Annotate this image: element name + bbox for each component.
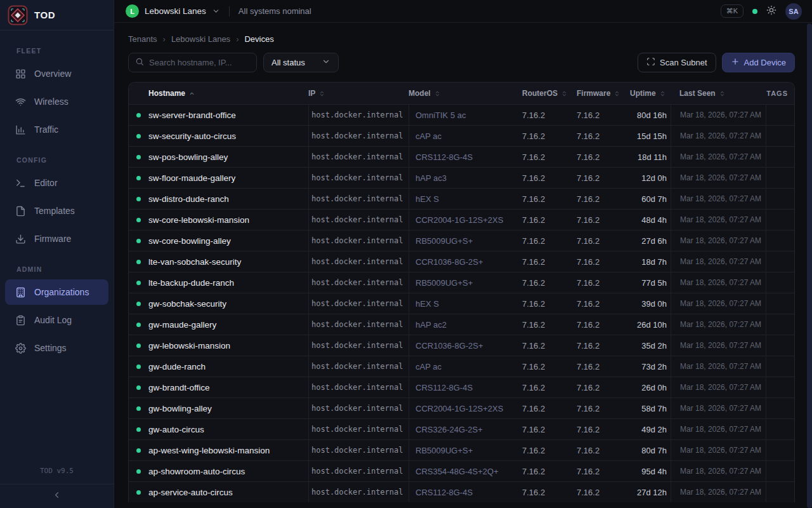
add-device-button[interactable]: Add Device (722, 53, 795, 72)
device-hostname: sw-floor-maude-gallery (148, 168, 308, 188)
command-palette-shortcut[interactable]: ⌘K (721, 4, 743, 18)
table-row[interactable]: ap-service-auto-circus host.docker.inter… (129, 481, 794, 502)
device-uptime: 39d 0h (630, 293, 671, 314)
device-ip: host.docker.internal (308, 356, 409, 377)
device-model: CCR1036-8G-2S+ (409, 335, 522, 356)
sidebar-item-audit-log[interactable]: Audit Log (5, 307, 108, 333)
device-last-seen: Mar 18, 2026, 07:27 AM (671, 335, 766, 356)
sidebar-item-firmware[interactable]: Firmware (5, 226, 108, 251)
vertical-scrollbar[interactable] (807, 23, 812, 508)
device-uptime: 73d 2h (630, 356, 671, 377)
sidebar-item-editor[interactable]: Editor (5, 170, 108, 196)
toolbar: All status Scan Subnet Add Device (128, 53, 795, 72)
toolbar-actions: Scan Subnet Add Device (638, 53, 795, 72)
column-header-routeros[interactable]: RouterOS (522, 89, 577, 98)
grid-icon (15, 69, 26, 79)
sidebar-item-label: Audit Log (34, 315, 72, 325)
column-header-firmware[interactable]: Firmware (577, 89, 630, 98)
table-row[interactable]: sw-security-auto-circus host.docker.inte… (129, 125, 794, 146)
sidebar-item-templates[interactable]: Templates (5, 198, 108, 224)
column-header-uptime[interactable]: Uptime (630, 89, 671, 98)
user-avatar[interactable]: SA (785, 3, 802, 20)
sidebar-item-label: Firmware (34, 234, 71, 244)
device-model: CRS354-48G-4S+2Q+ (409, 461, 522, 481)
device-status-cell (129, 293, 148, 314)
breadcrumb-tenant-name[interactable]: Lebowski Lanes (171, 34, 230, 44)
table-row[interactable]: gw-auto-circus host.docker.internal CRS3… (129, 418, 794, 439)
table-row[interactable]: sw-distro-dude-ranch host.docker.interna… (129, 188, 794, 209)
device-ip: host.docker.internal (308, 105, 409, 125)
sidebar-item-label: Overview (34, 69, 71, 79)
column-header-last-seen[interactable]: Last Seen (671, 89, 766, 98)
table-row[interactable]: gw-lebowski-mansion host.docker.internal… (129, 335, 794, 356)
table-row[interactable]: gw-maude-gallery host.docker.internal hA… (129, 314, 794, 335)
table-row[interactable]: ap-showroom-auto-circus host.docker.inte… (129, 460, 794, 481)
device-routeros: 7.16.2 (522, 440, 577, 460)
table-row[interactable]: gw-dude-ranch host.docker.internal cAP a… (129, 356, 794, 377)
sort-asc-icon (188, 90, 195, 97)
sidebar-item-overview[interactable]: Overview (5, 61, 108, 86)
device-routeros: 7.16.2 (522, 272, 577, 293)
table-row[interactable]: sw-core-bowling-alley host.docker.intern… (129, 230, 794, 251)
device-hostname: lte-van-sobchak-security (148, 251, 308, 272)
status-online-dot (136, 469, 141, 474)
table-row[interactable]: lte-backup-dude-ranch host.docker.intern… (129, 272, 794, 293)
device-model: hEX S (409, 293, 522, 314)
table-row[interactable]: ap-west-wing-lebowski-mansion host.docke… (129, 439, 794, 460)
table-row[interactable]: gw-brandt-office host.docker.internal CR… (129, 377, 794, 398)
table-body: sw-server-brandt-office host.docker.inte… (129, 104, 794, 502)
device-firmware: 7.16.2 (577, 314, 630, 335)
sidebar-spacer (0, 363, 114, 467)
device-firmware: 7.16.2 (577, 210, 630, 230)
sidebar-item-organizations[interactable]: Organizations (5, 279, 108, 305)
device-model: hAP ac3 (409, 168, 522, 188)
device-uptime: 48d 4h (630, 210, 671, 230)
search-input[interactable] (149, 58, 250, 67)
device-firmware: 7.16.2 (577, 482, 630, 502)
device-status-cell (129, 105, 148, 125)
device-ip: host.docker.internal (308, 231, 409, 251)
app-root: TOD FLEETOverviewWirelessTrafficCONFIGEd… (0, 0, 812, 508)
device-uptime: 27d 12h (630, 482, 671, 502)
device-firmware: 7.16.2 (577, 398, 630, 418)
breadcrumb-tenants[interactable]: Tenants (128, 34, 157, 44)
sidebar-item-settings[interactable]: Settings (5, 335, 108, 361)
column-header-ip[interactable]: IP (308, 89, 409, 98)
status-filter-select[interactable]: All status (263, 53, 339, 72)
theme-toggle-button[interactable] (766, 5, 776, 18)
status-online-dot (136, 385, 141, 390)
table-row[interactable]: gw-sobchak-security host.docker.internal… (129, 293, 794, 314)
device-last-seen: Mar 18, 2026, 07:27 AM (671, 272, 766, 293)
table-row[interactable]: sw-core-lebowski-mansion host.docker.int… (129, 209, 794, 230)
column-header-model[interactable]: Model (409, 89, 522, 98)
table-row[interactable]: sw-floor-maude-gallery host.docker.inter… (129, 167, 794, 188)
sidebar-item-traffic[interactable]: Traffic (5, 117, 108, 142)
status-online-dot (136, 281, 141, 285)
device-routeros: 7.16.2 (522, 293, 577, 314)
device-last-seen: Mar 18, 2026, 07:27 AM (671, 231, 766, 251)
column-header-hostname[interactable]: Hostname (148, 89, 308, 98)
table-row[interactable]: lte-van-sobchak-security host.docker.int… (129, 251, 794, 272)
device-hostname: ap-service-auto-circus (148, 482, 308, 502)
device-hostname: ap-showroom-auto-circus (148, 461, 308, 481)
device-routeros: 7.16.2 (522, 168, 577, 188)
device-firmware: 7.16.2 (577, 335, 630, 356)
table-row[interactable]: sw-pos-bowling-alley host.docker.interna… (129, 146, 794, 167)
scan-subnet-button[interactable]: Scan Subnet (638, 53, 716, 72)
device-status-cell (129, 272, 148, 293)
table-row[interactable]: sw-server-brandt-office host.docker.inte… (129, 104, 794, 125)
sidebar-collapse-button[interactable] (0, 484, 114, 508)
tenant-switcher[interactable]: L Lebowski Lanes (126, 4, 220, 18)
device-ip: host.docker.internal (308, 482, 409, 502)
device-status-cell (129, 126, 148, 146)
table-row[interactable]: gw-bowling-alley host.docker.internal CC… (129, 398, 794, 418)
device-model: CRS326-24G-2S+ (409, 419, 522, 439)
device-hostname: gw-brandt-office (148, 377, 308, 398)
scan-icon (646, 57, 655, 68)
sidebar-item-wireless[interactable]: Wireless (5, 89, 108, 114)
tenant-avatar: L (126, 4, 139, 18)
device-tags (766, 105, 794, 125)
clipboard-icon (15, 315, 26, 326)
status-online-dot (136, 239, 141, 243)
status-online-dot (136, 134, 141, 138)
